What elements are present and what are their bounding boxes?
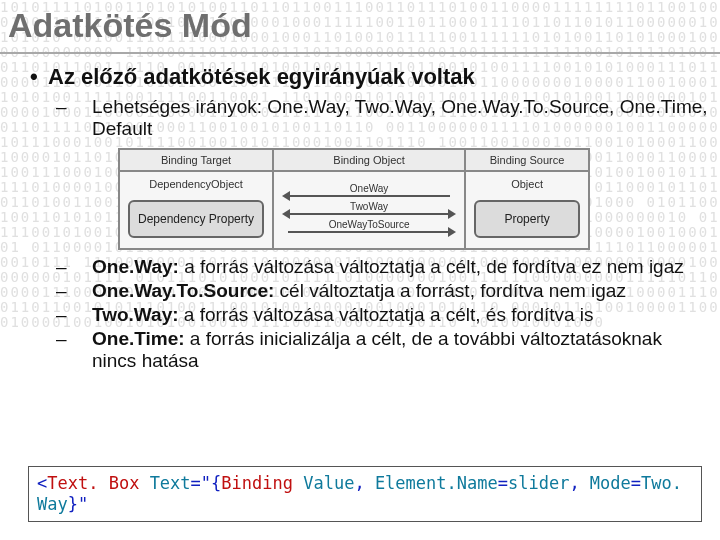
diagram-head-source: Binding Source — [465, 149, 589, 171]
code-sample: <Text. Box Text="{Binding Value, Element… — [28, 466, 702, 523]
title-rule — [0, 52, 720, 54]
diagram-right-type: Object — [466, 172, 588, 190]
diagram-right-box: Property — [474, 200, 580, 238]
arrow-twoway: TwoWay — [280, 203, 458, 217]
bullet-onetime: –One.Time: a forrás inicializálja a célt… — [74, 328, 710, 372]
bullet-main: •Az előző adatkötések egyirányúak voltak — [30, 64, 710, 90]
slide-body: •Az előző adatkötések egyirányúak voltak… — [30, 58, 710, 374]
diagram-left-type: DependencyObject — [120, 172, 272, 190]
bullet-onewaytosource: –One.Way.To.Source: cél változtatja a fo… — [74, 280, 710, 302]
bullet-modes: –Lehetséges irányok: One.Way, Two.Way, O… — [74, 96, 710, 140]
diagram-head-target: Binding Target — [119, 149, 273, 171]
bullet-twoway: –Two.Way: a forrás változása változtatja… — [74, 304, 710, 326]
slide-title: Adatkötés Mód — [8, 6, 252, 45]
bullet-oneway: –One.Way: a forrás változása változtatja… — [74, 256, 710, 278]
diagram-left-box: Dependency Property — [128, 200, 264, 238]
bullet-modes-text: Lehetséges irányok: One.Way, Two.Way, On… — [92, 96, 708, 139]
arrow-oneway: OneWay — [280, 185, 458, 199]
arrow-onewaytosource: OneWayToSource — [280, 221, 458, 235]
diagram-head-object: Binding Object — [273, 149, 465, 171]
binding-diagram: Binding Target Binding Object Binding So… — [118, 148, 710, 250]
bullet-main-text: Az előző adatkötések egyirányúak voltak — [48, 64, 475, 89]
